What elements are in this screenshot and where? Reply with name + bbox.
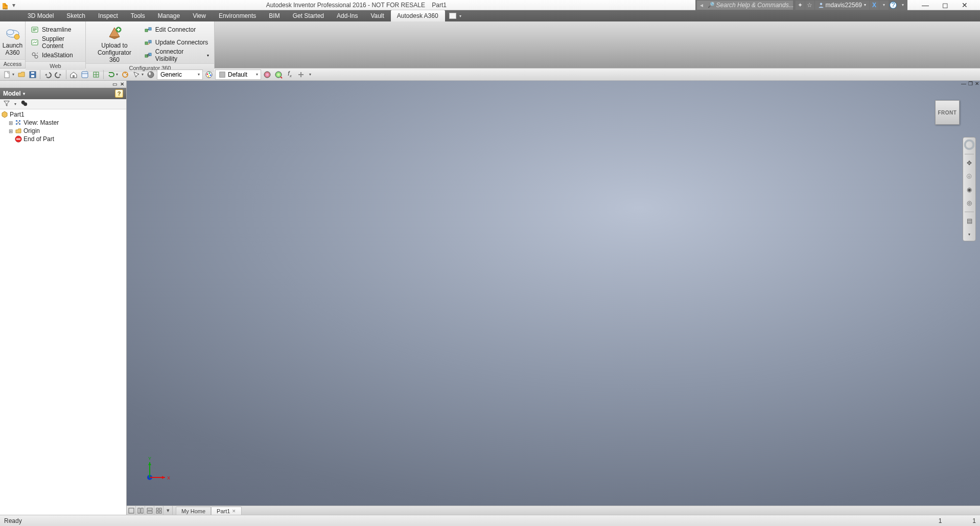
user-account[interactable]: mdavis22569 ▾ bbox=[815, 1, 869, 10]
tab-view[interactable]: View bbox=[186, 10, 213, 21]
tab-get-started[interactable]: Get Started bbox=[287, 10, 331, 21]
tree-root[interactable]: Part1 bbox=[1, 110, 125, 119]
favorite-icon[interactable]: ☆ bbox=[805, 1, 814, 10]
doctab-list-icon[interactable]: ▾ bbox=[164, 506, 173, 515]
infobar-chevron-icon[interactable]: ◂ bbox=[697, 1, 706, 10]
measure-plus-icon[interactable] bbox=[296, 70, 306, 80]
upload-configurator-button[interactable]: Upload to Configurator 360 bbox=[90, 24, 139, 63]
tree-end-of-part[interactable]: End of Part bbox=[8, 135, 125, 143]
tab-sketch[interactable]: Sketch bbox=[60, 10, 92, 21]
launch-a360-label-1: Launch bbox=[3, 42, 22, 49]
tab-environments[interactable]: Environments bbox=[213, 10, 263, 21]
doc-close-icon[interactable]: ✕ bbox=[975, 81, 979, 86]
viewport-3d[interactable]: FRONT ✥ ⦾ ◉ ◎ ▤ ▾ X bbox=[127, 81, 980, 506]
ribbon-state-icon[interactable] bbox=[449, 13, 456, 19]
edit-connector-button[interactable]: Edit Connector bbox=[143, 24, 210, 36]
clear-override-icon[interactable] bbox=[273, 70, 284, 80]
doc-tab-my-home[interactable]: My Home bbox=[176, 507, 211, 515]
tab-tools[interactable]: Tools bbox=[125, 10, 152, 21]
tree-origin[interactable]: ⊞ Origin bbox=[8, 127, 125, 135]
qat-dropdown-icon[interactable]: ▾ bbox=[10, 2, 17, 9]
teamweb-button[interactable] bbox=[80, 70, 90, 80]
projects-button[interactable] bbox=[91, 70, 101, 80]
svg-rect-49 bbox=[141, 508, 143, 513]
fx-parameters-button[interactable]: fx bbox=[285, 70, 295, 80]
fullnav-icon[interactable]: ▤ bbox=[965, 216, 974, 225]
pane-pin-icon[interactable]: ▭ bbox=[112, 81, 117, 87]
zoom-icon[interactable]: ⦾ bbox=[965, 172, 974, 181]
pane-close-icon[interactable]: ✕ bbox=[120, 81, 124, 87]
viewcube[interactable]: FRONT bbox=[935, 100, 960, 125]
supplier-content-button[interactable]: Supplier Content bbox=[30, 36, 81, 49]
pane-title[interactable]: Model ▾ ? bbox=[0, 88, 126, 99]
return-button[interactable] bbox=[106, 70, 116, 80]
doctab-arrange-2-icon[interactable] bbox=[136, 506, 145, 515]
svg-point-8 bbox=[35, 55, 38, 58]
close-button[interactable]: ✕ bbox=[962, 1, 968, 9]
doc-tab-close-icon[interactable]: ✕ bbox=[232, 509, 236, 514]
connector-visibility-button[interactable]: Connector Visibility ▾ bbox=[143, 49, 210, 61]
undo-button[interactable] bbox=[42, 70, 53, 80]
appearance-combo[interactable]: Default ▾ bbox=[215, 70, 261, 80]
expand-icon[interactable]: ⊞ bbox=[8, 128, 13, 134]
doctab-arrange-1-icon[interactable] bbox=[127, 506, 136, 515]
open-button[interactable] bbox=[16, 70, 27, 80]
orbit-icon[interactable]: ◉ bbox=[965, 185, 974, 194]
tab-inspect[interactable]: Inspect bbox=[92, 10, 125, 21]
doc-restore-icon[interactable]: ❐ bbox=[968, 81, 973, 86]
doc-minimize-icon[interactable]: — bbox=[961, 81, 966, 86]
update-button[interactable] bbox=[120, 70, 130, 80]
tab-manage[interactable]: Manage bbox=[152, 10, 186, 21]
home-button[interactable] bbox=[68, 70, 79, 80]
help-search[interactable]: 🔍 bbox=[706, 1, 793, 10]
steering-wheel-icon[interactable] bbox=[964, 140, 974, 150]
save-button[interactable] bbox=[28, 70, 38, 80]
new-dropdown-icon[interactable]: ▾ bbox=[12, 72, 14, 77]
svg-point-28 bbox=[207, 73, 208, 75]
ribbon-state-drop-icon[interactable]: ▾ bbox=[459, 14, 461, 18]
tab-bim[interactable]: BIM bbox=[263, 10, 286, 21]
subscription-icon[interactable]: ✦ bbox=[796, 1, 805, 10]
svg-rect-51 bbox=[147, 511, 152, 513]
appearance-palette-icon[interactable] bbox=[204, 70, 214, 80]
tab-3d-model[interactable]: 3D Model bbox=[21, 10, 60, 21]
update-connectors-button[interactable]: Update Connectors bbox=[143, 36, 210, 49]
pan-icon[interactable]: ✥ bbox=[965, 158, 974, 168]
material-combo[interactable]: Generic ▾ bbox=[157, 70, 203, 80]
tab-add-ins[interactable]: Add-Ins bbox=[331, 10, 364, 21]
navbar-drop-icon[interactable]: ▾ bbox=[965, 230, 974, 239]
supplier-content-label: Supplier Content bbox=[42, 35, 80, 50]
select-dropdown-icon[interactable]: ▾ bbox=[142, 72, 144, 77]
find-icon[interactable] bbox=[20, 100, 28, 109]
help-icon[interactable]: ? bbox=[890, 2, 897, 9]
return-dropdown-icon[interactable]: ▾ bbox=[116, 72, 118, 77]
doc-tab-part1[interactable]: Part1 ✕ bbox=[211, 507, 242, 515]
maximize-button[interactable]: ◻ bbox=[942, 1, 948, 9]
launch-a360-button[interactable]: Launch A360 bbox=[0, 24, 26, 56]
help-search-input[interactable] bbox=[716, 2, 794, 9]
material-icon[interactable] bbox=[146, 70, 156, 80]
ideastation-button[interactable]: IdeaStation bbox=[30, 49, 81, 61]
new-button[interactable] bbox=[2, 70, 12, 80]
streamline-button[interactable]: Streamline bbox=[30, 24, 81, 36]
select-button[interactable] bbox=[131, 70, 142, 80]
pane-help-icon[interactable]: ? bbox=[115, 89, 123, 98]
doctab-arrange-4-icon[interactable] bbox=[154, 506, 164, 515]
minimize-button[interactable]: — bbox=[922, 1, 929, 9]
svg-text:PRO: PRO bbox=[3, 8, 8, 10]
tab-autodesk-a360[interactable]: Autodesk A360 bbox=[391, 10, 445, 21]
filter-icon[interactable] bbox=[3, 100, 10, 109]
end-dropdown-icon[interactable]: ▾ bbox=[309, 72, 311, 77]
app-icon[interactable]: PRO bbox=[0, 0, 10, 10]
redo-button[interactable] bbox=[54, 70, 64, 80]
filter-drop-icon[interactable]: ▾ bbox=[14, 102, 16, 106]
exchange-icon[interactable]: X bbox=[870, 1, 879, 10]
tree-view-master[interactable]: ⊞ View: Master bbox=[8, 119, 125, 127]
appearance-adjust-icon[interactable] bbox=[262, 70, 272, 80]
tab-vault[interactable]: Vault bbox=[364, 10, 390, 21]
expand-icon[interactable]: ⊞ bbox=[8, 120, 13, 126]
help-drop-icon[interactable]: ▾ bbox=[898, 1, 907, 10]
exchange-drop-icon[interactable]: ▾ bbox=[879, 1, 889, 10]
doctab-arrange-3-icon[interactable] bbox=[145, 506, 154, 515]
lookat-icon[interactable]: ◎ bbox=[965, 198, 974, 208]
